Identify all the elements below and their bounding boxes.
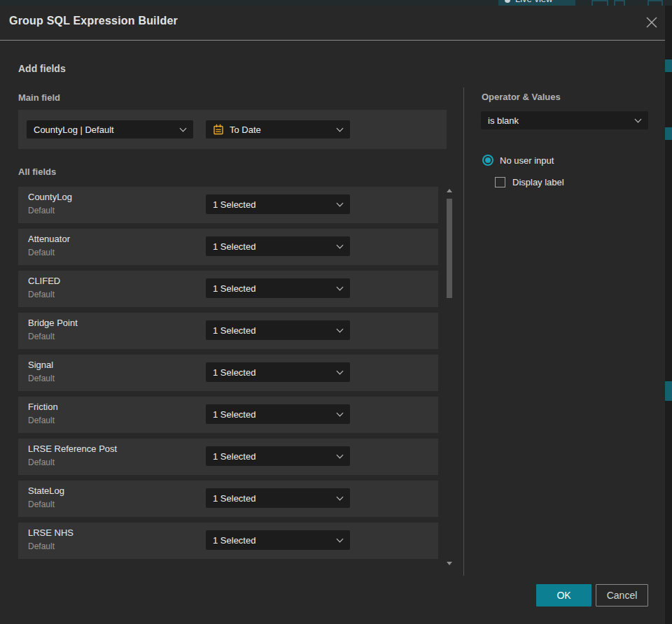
dialog-title: Group SQL Expression Builder <box>9 15 178 27</box>
field-selection-dropdown[interactable]: 1 Selected <box>206 488 350 508</box>
field-selection-value: 1 Selected <box>213 451 255 462</box>
background-widget-outline <box>592 0 608 6</box>
no-user-input-option[interactable]: No user input <box>482 154 554 166</box>
chevron-down-icon <box>337 284 344 291</box>
chevron-down-icon <box>180 125 187 132</box>
cancel-button[interactable]: Cancel <box>596 584 648 607</box>
field-row: Signal Default 1 Selected <box>18 355 438 391</box>
field-selection-dropdown[interactable]: 1 Selected <box>206 320 350 340</box>
field-name: LRSE Reference Post <box>28 444 117 454</box>
field-name: LRSE NHS <box>28 527 74 538</box>
live-view-label: Live view <box>515 0 552 4</box>
main-field-label: Main field <box>18 92 60 103</box>
all-fields-list: CountyLog Default 1 Selected Attenuator … <box>18 187 438 565</box>
chevron-down-icon <box>337 410 344 417</box>
operator-values-heading: Operator & Values <box>482 92 561 102</box>
background-app-right-strip <box>665 6 672 624</box>
field-selection-value: 1 Selected <box>213 199 255 210</box>
field-sublabel: Default <box>28 374 55 383</box>
display-label-label: Display label <box>512 177 564 187</box>
background-app-top-strip: Live view <box>0 0 672 6</box>
field-sublabel: Default <box>28 248 55 257</box>
field-row: Attenuator Default 1 Selected <box>18 229 438 265</box>
operator-select-value: is blank <box>488 115 519 126</box>
field-selection-value: 1 Selected <box>213 535 255 546</box>
live-view-toggle[interactable]: Live view <box>498 0 575 6</box>
dialog-header: Group SQL Expression Builder <box>0 6 665 40</box>
field-selection-dropdown[interactable]: 1 Selected <box>206 446 350 466</box>
field-sublabel: Default <box>28 206 55 215</box>
field-selection-value: 1 Selected <box>213 325 255 336</box>
field-selection-dropdown[interactable]: 1 Selected <box>206 278 350 298</box>
field-selection-value: 1 Selected <box>213 283 255 294</box>
field-name: Attenuator <box>28 234 70 244</box>
chevron-down-icon <box>337 494 344 501</box>
live-view-dot-icon <box>505 0 510 3</box>
field-sublabel: Default <box>28 290 55 299</box>
field-row: Bridge Point Default 1 Selected <box>18 313 438 349</box>
chevron-down-icon <box>635 116 642 123</box>
ok-button[interactable]: OK <box>536 584 592 607</box>
chevron-down-icon <box>337 368 344 375</box>
field-row: LRSE NHS Default 1 Selected <box>18 523 438 559</box>
field-selection-value: 1 Selected <box>213 241 255 252</box>
background-highlight <box>665 381 672 401</box>
field-selection-dropdown[interactable]: 1 Selected <box>206 530 350 550</box>
main-field-select-value: CountyLog | Default <box>34 125 114 135</box>
chevron-down-icon <box>337 200 344 207</box>
field-name: CountyLog <box>28 192 72 202</box>
field-selection-value: 1 Selected <box>213 367 255 378</box>
field-name: StateLog <box>28 485 64 496</box>
close-button[interactable] <box>643 13 661 31</box>
field-sublabel: Default <box>28 458 55 467</box>
field-selection-value: 1 Selected <box>213 493 255 504</box>
main-field-value-select[interactable]: To Date <box>206 120 350 139</box>
field-selection-value: 1 Selected <box>213 409 255 420</box>
no-user-input-label: No user input <box>500 155 554 166</box>
scroll-up-icon[interactable] <box>447 189 452 192</box>
field-row: CLIFED Default 1 Selected <box>18 271 438 307</box>
all-fields-label: All fields <box>18 166 56 177</box>
background-widget-outline <box>614 0 625 6</box>
checkbox-icon[interactable] <box>495 177 505 187</box>
close-icon <box>645 16 658 29</box>
scroll-down-icon[interactable] <box>447 562 452 565</box>
field-row: StateLog Default 1 Selected <box>18 481 438 517</box>
header-divider <box>0 40 665 41</box>
field-sublabel: Default <box>28 416 55 425</box>
background-highlight <box>665 59 672 72</box>
field-row: CountyLog Default 1 Selected <box>18 187 438 223</box>
field-selection-dropdown[interactable]: 1 Selected <box>206 236 350 256</box>
main-field-select[interactable]: CountyLog | Default <box>27 120 193 139</box>
chevron-down-icon <box>337 326 344 333</box>
operator-select[interactable]: is blank <box>481 111 648 129</box>
field-name: Bridge Point <box>28 318 78 328</box>
field-name: CLIFED <box>28 276 60 286</box>
main-field-value-select-value: To Date <box>230 125 261 135</box>
field-sublabel: Default <box>28 332 55 341</box>
calendar-icon <box>213 124 224 135</box>
display-label-option[interactable]: Display label <box>495 176 564 187</box>
main-field-panel: CountyLog | Default To Date <box>18 110 447 149</box>
field-selection-dropdown[interactable]: 1 Selected <box>206 362 350 382</box>
field-sublabel: Default <box>28 499 55 509</box>
panel-divider <box>463 87 464 576</box>
field-row: Friction Default 1 Selected <box>18 397 438 433</box>
background-widget-outline <box>648 0 663 6</box>
all-fields-scrollbar[interactable] <box>444 186 455 568</box>
add-fields-heading: Add fields <box>18 63 66 74</box>
chevron-down-icon <box>337 242 344 249</box>
chevron-down-icon <box>337 536 344 543</box>
radio-button-icon[interactable] <box>482 155 493 166</box>
scrollbar-thumb[interactable] <box>447 199 452 298</box>
field-row: LRSE Reference Post Default 1 Selected <box>18 439 438 475</box>
group-sql-expression-builder-dialog: Group SQL Expression Builder Add fields … <box>0 6 665 624</box>
field-sublabel: Default <box>28 541 55 551</box>
field-name: Signal <box>28 360 53 370</box>
field-selection-dropdown[interactable]: 1 Selected <box>206 404 350 424</box>
field-selection-dropdown[interactable]: 1 Selected <box>206 194 350 214</box>
chevron-down-icon <box>337 452 344 459</box>
background-highlight <box>665 127 672 140</box>
field-name: Friction <box>28 402 58 412</box>
chevron-down-icon <box>337 125 344 132</box>
